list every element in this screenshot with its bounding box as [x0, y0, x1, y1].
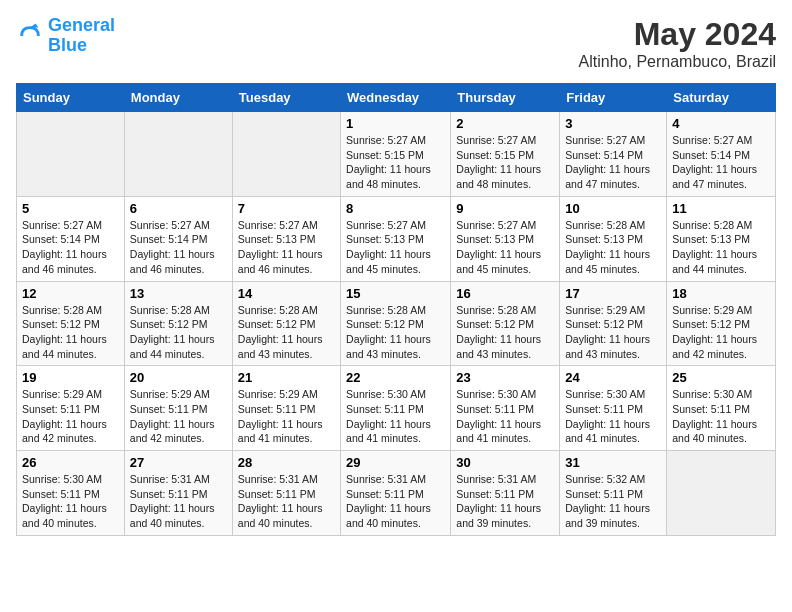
calendar-cell: 31Sunrise: 5:32 AM Sunset: 5:11 PM Dayli… — [560, 451, 667, 536]
day-info: Sunrise: 5:29 AM Sunset: 5:11 PM Dayligh… — [22, 387, 119, 446]
day-info: Sunrise: 5:28 AM Sunset: 5:13 PM Dayligh… — [565, 218, 661, 277]
day-header-friday: Friday — [560, 84, 667, 112]
main-title: May 2024 — [579, 16, 776, 53]
day-number: 22 — [346, 370, 445, 385]
calendar-cell: 27Sunrise: 5:31 AM Sunset: 5:11 PM Dayli… — [124, 451, 232, 536]
day-number: 3 — [565, 116, 661, 131]
day-info: Sunrise: 5:27 AM Sunset: 5:13 PM Dayligh… — [456, 218, 554, 277]
day-header-sunday: Sunday — [17, 84, 125, 112]
calendar-cell: 18Sunrise: 5:29 AM Sunset: 5:12 PM Dayli… — [667, 281, 776, 366]
day-number: 26 — [22, 455, 119, 470]
day-number: 1 — [346, 116, 445, 131]
day-number: 15 — [346, 286, 445, 301]
day-info: Sunrise: 5:31 AM Sunset: 5:11 PM Dayligh… — [238, 472, 335, 531]
day-number: 4 — [672, 116, 770, 131]
day-header-wednesday: Wednesday — [341, 84, 451, 112]
day-info: Sunrise: 5:27 AM Sunset: 5:14 PM Dayligh… — [672, 133, 770, 192]
day-number: 7 — [238, 201, 335, 216]
calendar-header-row: SundayMondayTuesdayWednesdayThursdayFrid… — [17, 84, 776, 112]
day-number: 11 — [672, 201, 770, 216]
day-info: Sunrise: 5:28 AM Sunset: 5:12 PM Dayligh… — [456, 303, 554, 362]
calendar-cell: 23Sunrise: 5:30 AM Sunset: 5:11 PM Dayli… — [451, 366, 560, 451]
day-info: Sunrise: 5:31 AM Sunset: 5:11 PM Dayligh… — [346, 472, 445, 531]
calendar-cell: 24Sunrise: 5:30 AM Sunset: 5:11 PM Dayli… — [560, 366, 667, 451]
day-number: 17 — [565, 286, 661, 301]
day-number: 28 — [238, 455, 335, 470]
day-info: Sunrise: 5:30 AM Sunset: 5:11 PM Dayligh… — [672, 387, 770, 446]
calendar-cell: 9Sunrise: 5:27 AM Sunset: 5:13 PM Daylig… — [451, 196, 560, 281]
day-number: 5 — [22, 201, 119, 216]
day-info: Sunrise: 5:30 AM Sunset: 5:11 PM Dayligh… — [456, 387, 554, 446]
day-info: Sunrise: 5:27 AM Sunset: 5:13 PM Dayligh… — [346, 218, 445, 277]
title-block: May 2024 Altinho, Pernambuco, Brazil — [579, 16, 776, 71]
day-info: Sunrise: 5:28 AM Sunset: 5:12 PM Dayligh… — [130, 303, 227, 362]
calendar-cell: 10Sunrise: 5:28 AM Sunset: 5:13 PM Dayli… — [560, 196, 667, 281]
day-number: 2 — [456, 116, 554, 131]
calendar-week-4: 19Sunrise: 5:29 AM Sunset: 5:11 PM Dayli… — [17, 366, 776, 451]
day-number: 23 — [456, 370, 554, 385]
day-number: 24 — [565, 370, 661, 385]
calendar-cell: 11Sunrise: 5:28 AM Sunset: 5:13 PM Dayli… — [667, 196, 776, 281]
calendar-cell — [667, 451, 776, 536]
day-number: 18 — [672, 286, 770, 301]
day-number: 14 — [238, 286, 335, 301]
calendar-cell — [232, 112, 340, 197]
day-info: Sunrise: 5:28 AM Sunset: 5:13 PM Dayligh… — [672, 218, 770, 277]
day-number: 16 — [456, 286, 554, 301]
logo-icon — [16, 22, 44, 50]
day-info: Sunrise: 5:30 AM Sunset: 5:11 PM Dayligh… — [565, 387, 661, 446]
day-number: 19 — [22, 370, 119, 385]
calendar-cell: 8Sunrise: 5:27 AM Sunset: 5:13 PM Daylig… — [341, 196, 451, 281]
day-info: Sunrise: 5:31 AM Sunset: 5:11 PM Dayligh… — [456, 472, 554, 531]
day-number: 25 — [672, 370, 770, 385]
calendar-cell: 28Sunrise: 5:31 AM Sunset: 5:11 PM Dayli… — [232, 451, 340, 536]
calendar-cell: 25Sunrise: 5:30 AM Sunset: 5:11 PM Dayli… — [667, 366, 776, 451]
day-info: Sunrise: 5:28 AM Sunset: 5:12 PM Dayligh… — [22, 303, 119, 362]
calendar-cell: 5Sunrise: 5:27 AM Sunset: 5:14 PM Daylig… — [17, 196, 125, 281]
calendar-cell: 16Sunrise: 5:28 AM Sunset: 5:12 PM Dayli… — [451, 281, 560, 366]
calendar-cell: 4Sunrise: 5:27 AM Sunset: 5:14 PM Daylig… — [667, 112, 776, 197]
day-info: Sunrise: 5:29 AM Sunset: 5:12 PM Dayligh… — [565, 303, 661, 362]
day-info: Sunrise: 5:27 AM Sunset: 5:13 PM Dayligh… — [238, 218, 335, 277]
day-number: 8 — [346, 201, 445, 216]
day-header-saturday: Saturday — [667, 84, 776, 112]
logo-line1: General — [48, 15, 115, 35]
day-number: 13 — [130, 286, 227, 301]
day-info: Sunrise: 5:29 AM Sunset: 5:12 PM Dayligh… — [672, 303, 770, 362]
calendar-cell: 12Sunrise: 5:28 AM Sunset: 5:12 PM Dayli… — [17, 281, 125, 366]
day-info: Sunrise: 5:27 AM Sunset: 5:15 PM Dayligh… — [456, 133, 554, 192]
day-info: Sunrise: 5:27 AM Sunset: 5:14 PM Dayligh… — [130, 218, 227, 277]
day-info: Sunrise: 5:31 AM Sunset: 5:11 PM Dayligh… — [130, 472, 227, 531]
day-info: Sunrise: 5:30 AM Sunset: 5:11 PM Dayligh… — [346, 387, 445, 446]
day-info: Sunrise: 5:27 AM Sunset: 5:15 PM Dayligh… — [346, 133, 445, 192]
calendar-cell: 13Sunrise: 5:28 AM Sunset: 5:12 PM Dayli… — [124, 281, 232, 366]
calendar-cell: 1Sunrise: 5:27 AM Sunset: 5:15 PM Daylig… — [341, 112, 451, 197]
day-number: 29 — [346, 455, 445, 470]
calendar-cell: 7Sunrise: 5:27 AM Sunset: 5:13 PM Daylig… — [232, 196, 340, 281]
calendar-cell: 22Sunrise: 5:30 AM Sunset: 5:11 PM Dayli… — [341, 366, 451, 451]
day-header-monday: Monday — [124, 84, 232, 112]
calendar-body: 1Sunrise: 5:27 AM Sunset: 5:15 PM Daylig… — [17, 112, 776, 536]
day-number: 30 — [456, 455, 554, 470]
day-info: Sunrise: 5:27 AM Sunset: 5:14 PM Dayligh… — [565, 133, 661, 192]
calendar-cell: 26Sunrise: 5:30 AM Sunset: 5:11 PM Dayli… — [17, 451, 125, 536]
calendar-week-5: 26Sunrise: 5:30 AM Sunset: 5:11 PM Dayli… — [17, 451, 776, 536]
day-number: 9 — [456, 201, 554, 216]
logo: General Blue — [16, 16, 115, 56]
day-number: 21 — [238, 370, 335, 385]
day-info: Sunrise: 5:27 AM Sunset: 5:14 PM Dayligh… — [22, 218, 119, 277]
calendar-cell: 17Sunrise: 5:29 AM Sunset: 5:12 PM Dayli… — [560, 281, 667, 366]
day-number: 27 — [130, 455, 227, 470]
calendar-cell: 29Sunrise: 5:31 AM Sunset: 5:11 PM Dayli… — [341, 451, 451, 536]
day-number: 20 — [130, 370, 227, 385]
day-info: Sunrise: 5:29 AM Sunset: 5:11 PM Dayligh… — [238, 387, 335, 446]
calendar-cell: 2Sunrise: 5:27 AM Sunset: 5:15 PM Daylig… — [451, 112, 560, 197]
logo-text: General Blue — [48, 16, 115, 56]
day-header-tuesday: Tuesday — [232, 84, 340, 112]
page-header: General Blue May 2024 Altinho, Pernambuc… — [16, 16, 776, 71]
calendar-cell: 21Sunrise: 5:29 AM Sunset: 5:11 PM Dayli… — [232, 366, 340, 451]
calendar-cell: 30Sunrise: 5:31 AM Sunset: 5:11 PM Dayli… — [451, 451, 560, 536]
calendar-cell: 15Sunrise: 5:28 AM Sunset: 5:12 PM Dayli… — [341, 281, 451, 366]
calendar-week-3: 12Sunrise: 5:28 AM Sunset: 5:12 PM Dayli… — [17, 281, 776, 366]
subtitle: Altinho, Pernambuco, Brazil — [579, 53, 776, 71]
